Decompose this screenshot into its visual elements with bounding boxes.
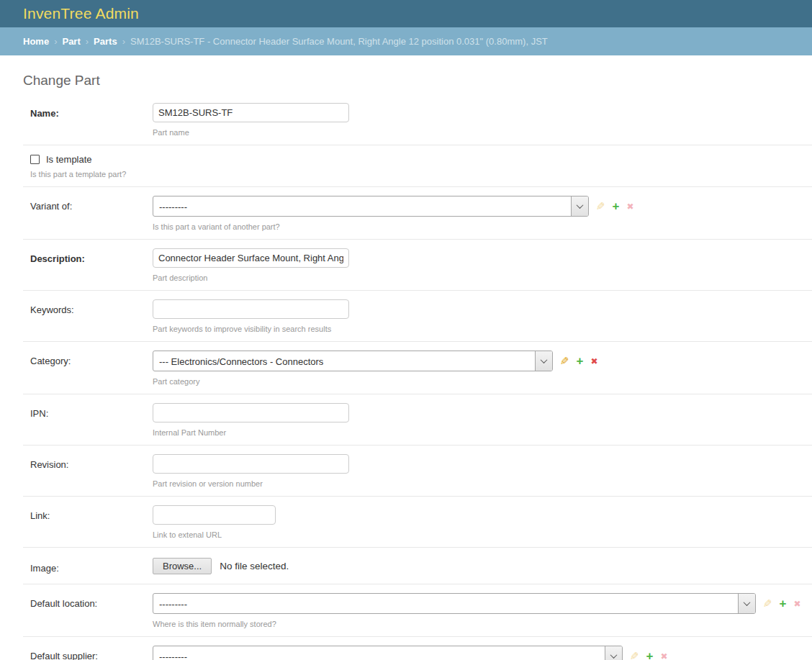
description-label: Description: <box>23 248 153 282</box>
default-supplier-select[interactable]: --------- <box>153 646 623 660</box>
add-icon[interactable]: + <box>577 355 584 367</box>
file-status-text: No file selected. <box>220 561 289 571</box>
default-location-help: Where is this item normally stored? <box>153 620 801 628</box>
ipn-help: Internal Part Number <box>153 428 349 437</box>
is-template-toggle[interactable]: Is template <box>30 154 126 165</box>
form-row-is-template: Is template Is this part a template part… <box>23 145 812 187</box>
add-icon[interactable]: + <box>613 200 620 212</box>
breadcrumb-link-part[interactable]: Part <box>62 36 80 47</box>
name-label: Name: <box>23 103 153 137</box>
name-input[interactable] <box>153 103 349 122</box>
chevron-down-icon[interactable] <box>605 646 622 660</box>
is-template-help: Is this part a template part? <box>30 170 126 178</box>
chevron-down-icon[interactable] <box>738 594 755 613</box>
form-row-variant-of: Variant of: --------- ✎ + ✖ Is this part… <box>23 187 812 240</box>
revision-input[interactable] <box>153 454 349 474</box>
chevron-down-icon[interactable] <box>571 196 588 216</box>
default-supplier-label: Default supplier: <box>23 646 153 660</box>
delete-icon: ✖ <box>794 600 801 608</box>
chevron-down-icon[interactable] <box>535 351 552 371</box>
page-title: Change Part <box>23 73 812 89</box>
default-location-select[interactable]: --------- <box>153 593 756 614</box>
breadcrumb-separator: › <box>86 36 89 47</box>
edit-icon: ✎ <box>596 201 605 212</box>
is-template-label: Is template <box>46 154 92 165</box>
image-label: Image: <box>23 558 153 574</box>
keywords-help: Part keywords to improve visibility in s… <box>153 325 349 333</box>
description-help: Part description <box>153 274 349 282</box>
variant-of-help: Is this part a variant of another part? <box>153 222 634 231</box>
default-supplier-selected-value: --------- <box>153 646 187 660</box>
breadcrumb-separator: › <box>122 36 125 47</box>
category-help: Part category <box>153 377 598 386</box>
default-location-label: Default location: <box>23 593 153 628</box>
revision-help: Part revision or version number <box>153 479 349 488</box>
form-row-description: Description: Part description <box>23 240 812 291</box>
edit-icon: ✎ <box>630 651 639 660</box>
form-row-link: Link: Link to extenal URL <box>23 497 812 548</box>
form-row-revision: Revision: Part revision or version numbe… <box>23 446 812 497</box>
revision-label: Revision: <box>23 454 153 488</box>
description-input[interactable] <box>153 248 349 268</box>
edit-icon: ✎ <box>763 598 772 609</box>
form-row-ipn: IPN: Internal Part Number <box>23 394 812 446</box>
variant-of-select[interactable]: --------- <box>153 196 589 217</box>
category-select[interactable]: --- Electronics/Connectors - Connectors <box>153 351 553 371</box>
app-header: InvenTree Admin <box>0 0 812 27</box>
ipn-label: IPN: <box>23 403 153 437</box>
keywords-input[interactable] <box>153 299 349 319</box>
keywords-label: Keywords: <box>23 299 153 333</box>
category-label: Category: <box>23 351 153 386</box>
add-icon[interactable]: + <box>780 597 787 610</box>
form-row-name: Name: Part name <box>23 94 812 145</box>
category-selected-value: --- Electronics/Connectors - Connectors <box>153 351 323 371</box>
variant-of-selected-value: --------- <box>153 196 187 216</box>
link-help: Link to extenal URL <box>153 530 276 539</box>
browse-button[interactable]: Browse... <box>153 558 212 574</box>
app-title-link[interactable]: InvenTree Admin <box>23 5 139 22</box>
delete-icon: ✖ <box>627 202 634 211</box>
name-help: Part name <box>153 128 349 137</box>
is-template-checkbox[interactable] <box>30 155 40 164</box>
breadcrumb-current: SM12B-SURS-TF - Connector Header Surface… <box>130 36 548 47</box>
default-location-selected-value: --------- <box>153 594 187 613</box>
delete-icon[interactable]: ✖ <box>591 357 598 366</box>
change-part-form: Change Part Name: Part name Is template … <box>0 73 812 660</box>
add-icon[interactable]: + <box>646 650 654 660</box>
form-row-image: Image: Browse... No file selected. <box>23 548 812 584</box>
form-row-category: Category: --- Electronics/Connectors - C… <box>23 342 812 394</box>
variant-of-label: Variant of: <box>23 196 153 231</box>
link-label: Link: <box>23 505 153 539</box>
form-row-default-supplier: Default supplier: --------- ✎ + ✖ Defaul… <box>23 637 812 660</box>
breadcrumb: Home › Part › Parts › SM12B-SURS-TF - Co… <box>0 27 812 55</box>
form-row-keywords: Keywords: Part keywords to improve visib… <box>23 291 812 342</box>
breadcrumb-link-home[interactable]: Home <box>23 36 49 47</box>
ipn-input[interactable] <box>153 403 349 422</box>
breadcrumb-link-parts[interactable]: Parts <box>94 36 117 47</box>
edit-icon[interactable]: ✎ <box>560 356 569 366</box>
link-input[interactable] <box>153 505 276 525</box>
delete-icon: ✖ <box>661 652 668 660</box>
breadcrumb-separator: › <box>54 36 57 47</box>
form-row-default-location: Default location: --------- ✎ + ✖ Where … <box>23 584 812 637</box>
